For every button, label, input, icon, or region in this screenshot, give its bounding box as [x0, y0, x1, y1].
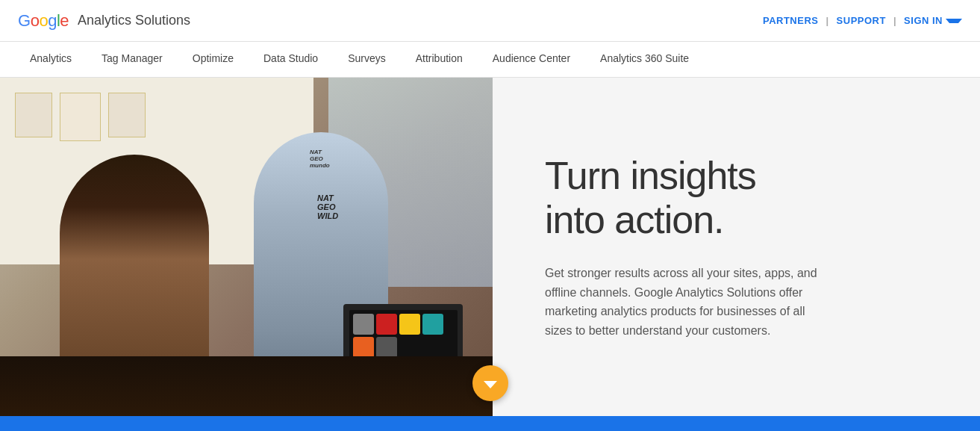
table-surface: [0, 356, 493, 416]
logo-e: e: [60, 11, 69, 31]
logo-g2: g: [48, 11, 57, 31]
natgeo-mundo-text: NAT GEOmundo: [310, 149, 330, 169]
chevron-down-icon: [946, 19, 962, 23]
hero-bg: NATIONALGEOGRAPHIC NAT GEOWILD NAT GEOmu…: [0, 78, 493, 416]
hero-heading: Turn insights into action.: [545, 154, 928, 244]
site-title: Analytics Solutions: [78, 13, 190, 28]
hero-image: NATIONALGEOGRAPHIC NAT GEOWILD NAT GEOmu…: [0, 78, 493, 416]
hero-heading-line1: Turn insights: [545, 154, 756, 197]
separator-2: |: [889, 15, 901, 26]
sticker-1: [353, 314, 374, 335]
header-nav: PARTNERS | SUPPORT | SIGN IN: [763, 15, 962, 26]
partners-link[interactable]: PARTNERS: [763, 15, 819, 26]
scroll-down-button[interactable]: [472, 365, 508, 401]
separator-1: |: [821, 15, 833, 26]
natgeo-wild-text: NAT GEOWILD: [317, 193, 338, 220]
nav-item-data-studio[interactable]: Data Studio: [249, 42, 333, 78]
main-nav: AnalyticsTag ManagerOptimizeData StudioS…: [0, 42, 980, 78]
sticker-2: [376, 314, 397, 335]
nav-item-surveys[interactable]: Surveys: [333, 42, 401, 78]
signin-button[interactable]: SIGN IN: [904, 15, 962, 26]
nav-item-tag-manager[interactable]: Tag Manager: [87, 42, 178, 78]
hero-body: Get stronger results across all your sit…: [545, 264, 828, 340]
sticker-6: [376, 337, 397, 358]
nav-item-analytics[interactable]: Analytics: [15, 42, 87, 78]
nav-item-analytics-360[interactable]: Analytics 360 Suite: [585, 42, 704, 78]
google-logo: Google: [18, 11, 69, 31]
sticker-3: [399, 314, 420, 335]
sticky-note-1: [15, 93, 52, 137]
hero-heading-line2: into action.: [545, 198, 724, 241]
nav-item-optimize[interactable]: Optimize: [178, 42, 249, 78]
logo-area: Google Analytics Solutions: [18, 11, 190, 31]
hero-content: Turn insights into action. Get stronger …: [493, 78, 980, 416]
sticker-5: [353, 337, 374, 358]
support-link[interactable]: SUPPORT: [837, 15, 886, 26]
logo-g: G: [18, 11, 31, 31]
logo-o2: o: [39, 11, 48, 31]
sticker-4: [422, 314, 443, 335]
sticky-note-2: [60, 93, 101, 141]
chevron-down-icon: [484, 381, 497, 388]
nav-item-audience-center[interactable]: Audience Center: [478, 42, 585, 78]
signin-link[interactable]: SIGN IN: [904, 15, 943, 26]
logo-o1: o: [31, 11, 40, 31]
nav-item-attribution[interactable]: Attribution: [401, 42, 478, 78]
site-header: Google Analytics Solutions PARTNERS | SU…: [0, 0, 980, 42]
blue-bar: [0, 416, 980, 431]
sticky-note-3: [108, 93, 146, 137]
hero-section: NATIONALGEOGRAPHIC NAT GEOWILD NAT GEOmu…: [0, 78, 980, 416]
